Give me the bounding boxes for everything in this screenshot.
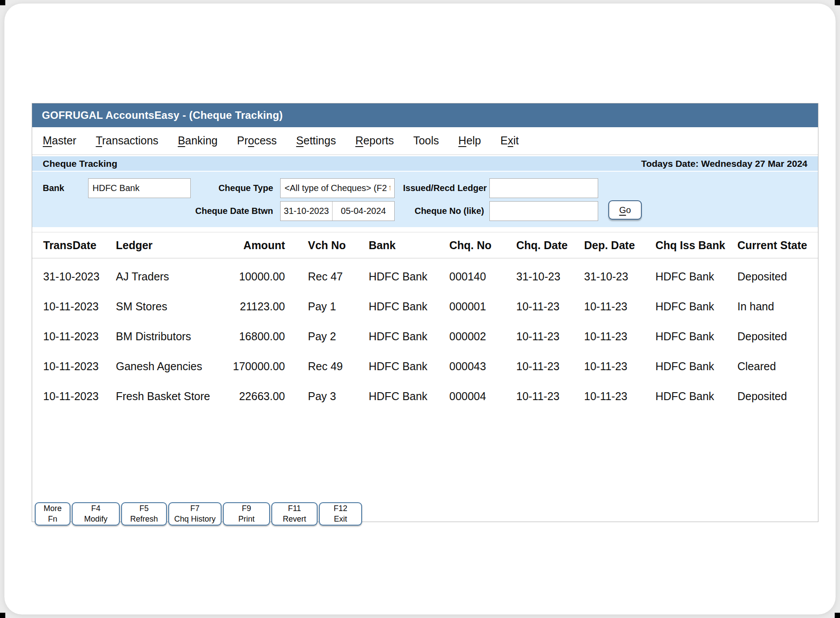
table-cell-chq-date: 10-11-23: [516, 390, 584, 403]
table-cell-bank: HDFC Bank: [369, 390, 449, 403]
table-cell-amount: 21123.00: [217, 300, 308, 313]
todays-date: Todays Date: Wednesday 27 Mar 2024: [641, 158, 807, 169]
table-cell-amount: 170000.00: [217, 360, 308, 373]
table-cell-chq-date: 31-10-23: [516, 270, 584, 283]
menu-process[interactable]: Process: [237, 127, 277, 154]
table-cell-amount: 16800.00: [217, 330, 308, 343]
table-cell-dep-date: 31-10-23: [584, 270, 655, 283]
table-cell-chq-no: 000002: [449, 330, 516, 343]
table-cell-transdate: 10-11-2023: [43, 330, 116, 343]
f4-modify-button[interactable]: F4Modify: [72, 502, 120, 526]
issued-recd-ledger-label: Issued/Recd Ledger: [403, 178, 484, 198]
table-row[interactable]: 31-10-2023AJ Traders10000.00Rec 47HDFC B…: [32, 261, 818, 291]
app-card: GOFRUGAL AccountsEasy - (Cheque Tracking…: [4, 4, 836, 614]
table-cell-ledger: BM Distributors: [116, 330, 217, 343]
more-fn-button[interactable]: MoreFn: [35, 502, 70, 526]
cheque-date-to-input[interactable]: [333, 202, 394, 221]
table-cell-chq-date: 10-11-23: [516, 330, 584, 343]
menu-help[interactable]: Help: [459, 127, 481, 154]
table-cell-chq-date: 10-11-23: [516, 300, 584, 313]
column-header-bank: Bank: [369, 239, 449, 252]
table-row[interactable]: 10-11-2023Fresh Basket Store22663.00Pay …: [32, 381, 818, 411]
table-cell-vch-no: Rec 49: [308, 360, 369, 373]
menu-transactions[interactable]: Transactions: [96, 127, 158, 154]
column-header-dep-date: Dep. Date: [584, 239, 655, 252]
cheque-date-from-input[interactable]: [281, 202, 333, 221]
table-cell-current-state: Cleared: [737, 360, 818, 373]
table-cell-dep-date: 10-11-23: [584, 360, 655, 373]
menu-bar: Master Transactions Banking Process Sett…: [32, 127, 818, 155]
table-cell-amount: 22663.00: [217, 390, 308, 403]
menu-reports[interactable]: Reports: [355, 127, 394, 154]
table-cell-amount: 10000.00: [217, 270, 308, 283]
corner-mark: [835, 613, 840, 618]
table-cell-bank: HDFC Bank: [369, 330, 449, 343]
page-title: Cheque Tracking: [43, 158, 117, 169]
table-cell-current-state: Deposited: [737, 270, 818, 283]
table-cell-chq-no: 000043: [449, 360, 516, 373]
bank-label: Bank: [43, 178, 64, 198]
table-header: TransDate Ledger Amount Vch No Bank Chq.…: [32, 232, 818, 258]
issued-recd-ledger-input[interactable]: [489, 178, 598, 198]
status-bar: Cheque Tracking Todays Date: Wednesday 2…: [32, 156, 818, 171]
menu-tools[interactable]: Tools: [413, 127, 439, 154]
go-button[interactable]: Go: [608, 200, 642, 220]
column-header-transdate: TransDate: [43, 239, 116, 252]
column-header-chq-date: Chq. Date: [516, 239, 584, 252]
cheque-type-label: Cheque Type: [200, 178, 273, 198]
menu-banking[interactable]: Banking: [178, 127, 218, 154]
column-header-chq-no: Chq. No: [449, 239, 516, 252]
menu-settings[interactable]: Settings: [296, 127, 336, 154]
table-cell-vch-no: Pay 1: [308, 300, 369, 313]
cheque-type-input[interactable]: [280, 178, 395, 198]
page-background: GOFRUGAL AccountsEasy - (Cheque Tracking…: [0, 0, 840, 618]
table-cell-chq-date: 10-11-23: [516, 360, 584, 373]
window-title-bar: GOFRUGAL AccountsEasy - (Cheque Tracking…: [32, 103, 818, 127]
table-cell-bank: HDFC Bank: [369, 360, 449, 373]
f11-revert-button[interactable]: F11Revert: [271, 502, 318, 526]
table-cell-chq-no: 000140: [449, 270, 516, 283]
function-button-bar: MoreFn F4Modify F5Refresh F7Chq History …: [35, 502, 362, 526]
f5-refresh-button[interactable]: F5Refresh: [121, 502, 167, 526]
table-cell-chq-no: 000001: [449, 300, 516, 313]
table-cell-current-state: Deposited: [737, 390, 818, 403]
column-header-amount: Amount: [217, 239, 308, 252]
table-cell-ledger: SM Stores: [116, 300, 217, 313]
table-cell-ledger: Ganesh Agencies: [116, 360, 217, 373]
table-cell-vch-no: Rec 47: [308, 270, 369, 283]
table-cell-dep-date: 10-11-23: [584, 390, 655, 403]
table-row[interactable]: 10-11-2023Ganesh Agencies170000.00Rec 49…: [32, 351, 818, 381]
table-cell-current-state: In hand: [737, 300, 818, 313]
table-cell-transdate: 10-11-2023: [43, 390, 116, 403]
menu-exit[interactable]: Exit: [500, 127, 519, 154]
cheque-date-btwn-label: Cheque Date Btwn: [186, 201, 273, 221]
table-cell-dep-date: 10-11-23: [584, 330, 655, 343]
cheque-no-like-input[interactable]: [489, 201, 598, 221]
cheque-no-like-label: Cheque No (like): [407, 201, 484, 221]
f7-chq-history-button[interactable]: F7Chq History: [168, 502, 222, 526]
table-cell-dep-date: 10-11-23: [584, 300, 655, 313]
f9-print-button[interactable]: F9Print: [223, 502, 270, 526]
table-cell-vch-no: Pay 2: [308, 330, 369, 343]
table-row[interactable]: 10-11-2023BM Distributors16800.00Pay 2HD…: [32, 321, 818, 351]
menu-master[interactable]: Master: [43, 127, 76, 154]
table-cell-vch-no: Pay 3: [308, 390, 369, 403]
table-cell-chq-iss-bank: HDFC Bank: [655, 360, 737, 373]
corner-mark: [835, 0, 840, 5]
table-cell-chq-iss-bank: HDFC Bank: [655, 270, 737, 283]
table-cell-chq-no: 000004: [449, 390, 516, 403]
table-cell-bank: HDFC Bank: [369, 300, 449, 313]
column-header-ledger: Ledger: [116, 239, 217, 252]
table-cell-bank: HDFC Bank: [369, 270, 449, 283]
corner-mark: [0, 0, 5, 5]
column-header-vch-no: Vch No: [308, 239, 369, 252]
corner-mark: [0, 613, 5, 618]
table-body: 31-10-2023AJ Traders10000.00Rec 47HDFC B…: [32, 259, 818, 502]
f12-exit-button[interactable]: F12Exit: [319, 502, 362, 526]
bank-input[interactable]: [88, 178, 191, 198]
table-cell-chq-iss-bank: HDFC Bank: [655, 330, 737, 343]
table-row[interactable]: 10-11-2023SM Stores21123.00Pay 1HDFC Ban…: [32, 291, 818, 321]
table-cell-current-state: Deposited: [737, 330, 818, 343]
column-header-chq-iss-bank: Chq Iss Bank: [655, 239, 737, 252]
table-cell-chq-iss-bank: HDFC Bank: [655, 300, 737, 313]
